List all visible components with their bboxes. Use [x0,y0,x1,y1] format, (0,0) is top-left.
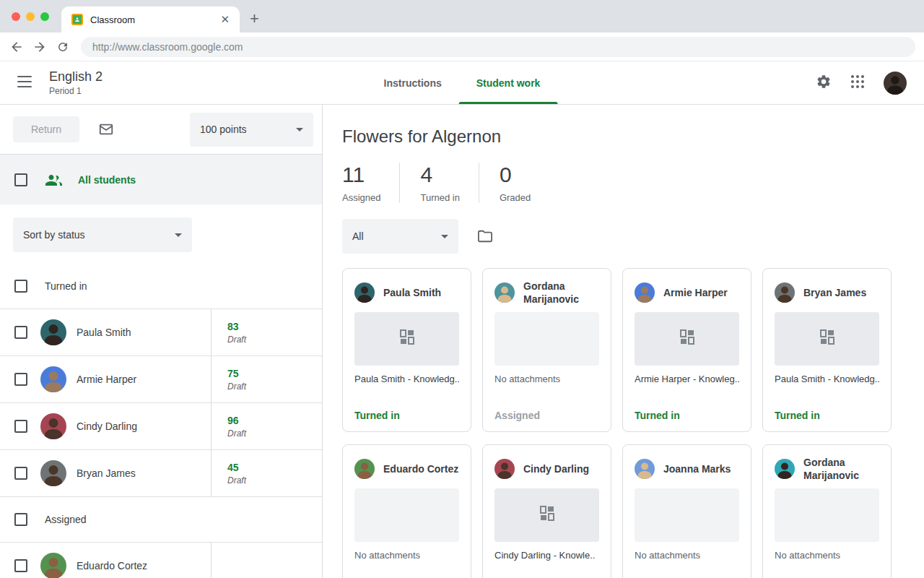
tab-title: Classroom [90,14,217,25]
student-work-card[interactable]: Armie Harper Armie Harper - Knowleg.. Tu… [622,268,751,432]
stat-value: 0 [500,163,531,187]
stat-turned-in[interactable]: 4 Turned in [399,163,478,203]
course-info[interactable]: English 2 Period 1 [49,69,103,96]
all-students-checkbox[interactable] [14,173,27,186]
google-apps-grid-icon[interactable] [850,74,865,92]
stat-label: Turned in [420,192,459,203]
student-work-card[interactable]: Gordana Marijanovic No attachments Assig… [482,268,611,432]
student-checkbox[interactable] [14,559,27,572]
tab-student-work[interactable]: Student work [459,61,558,104]
attachment-title: No attachments [494,374,599,384]
grade-value: 96 [227,415,322,426]
grade-cell[interactable]: 96 Draft [211,403,322,449]
student-work-card[interactable]: Eduardo Cortez No attachments [342,444,471,578]
card-student-name: Gordana Marijanovic [523,280,599,306]
student-row[interactable]: Paula Smith 83 Draft [0,309,322,356]
stat-value: 4 [420,163,459,187]
reload-icon[interactable] [53,38,72,56]
window-zoom-button[interactable] [40,12,49,21]
attachment-title[interactable]: Cindy Darling - Knowle.. [494,550,599,561]
group-header-turned-in: Turned in [0,264,322,309]
new-tab-button[interactable]: + [250,11,259,27]
student-avatar [775,459,795,479]
grade-cell[interactable]: 83 Draft [211,309,322,355]
student-avatar [354,282,375,303]
attachment-thumbnail [494,312,599,366]
student-checkbox[interactable] [14,467,27,480]
card-student-name: Paula Smith [383,286,441,299]
attachment-title[interactable]: Armie Harper - Knowleg.. [635,374,739,384]
student-work-card[interactable]: Paula Smith Paula Smith - Knowledg... Tu… [342,268,471,432]
stat-assigned[interactable]: 11 Assigned [342,163,399,203]
sort-by-status-dropdown[interactable]: Sort by status [13,217,192,252]
grade-cell[interactable]: 45 Draft [211,450,322,496]
attachment-thumbnail[interactable] [494,488,599,542]
student-checkbox[interactable] [14,326,27,339]
attachment-thumbnail [775,488,879,542]
people-icon [45,171,62,189]
card-student-name: Joanna Marks [663,462,731,475]
card-student-name: Cindy Darling [523,462,589,475]
student-work-card[interactable]: Joanna Marks No attachments [622,444,751,578]
return-button[interactable]: Return [13,116,79,142]
student-avatar [40,366,66,392]
student-avatar [40,319,66,345]
attachment-grid-icon [398,328,417,350]
assigned-group-checkbox[interactable] [14,513,27,526]
back-icon[interactable] [7,38,26,56]
grade-state: Draft [227,381,322,392]
teacher-avatar[interactable] [884,72,907,95]
submission-stats: 11 Assigned 4 Turned in 0 Graded [342,163,924,203]
student-work-card[interactable]: Cindy Darling Cindy Darling - Knowle.. [482,444,611,578]
points-value: 100 points [200,124,247,135]
settings-gear-icon[interactable] [816,74,832,92]
window-controls [12,12,49,21]
all-students-row[interactable]: All students [0,154,322,204]
email-icon[interactable] [98,121,114,137]
student-avatar [635,282,655,303]
grade-state: Draft [227,428,322,439]
student-row[interactable]: Cindy Darling 96 Draft [0,403,322,450]
grade-value: 83 [227,321,322,332]
attachment-thumbnail [635,488,739,542]
attachment-thumbnail[interactable] [775,312,879,366]
grade-cell[interactable]: 75 Draft [211,356,322,402]
grade-value: 45 [227,462,322,473]
forward-icon[interactable] [30,38,49,56]
window-close-button[interactable] [12,12,20,21]
student-checkbox[interactable] [14,420,27,433]
folder-icon[interactable] [477,229,493,243]
grade-cell[interactable] [211,543,322,578]
stat-graded[interactable]: 0 Graded [479,163,549,203]
address-bar[interactable]: http://www.classroom.google.com [81,37,915,57]
window-minimize-button[interactable] [26,12,35,21]
header-tabs: Instructions Student work [367,61,558,104]
student-work-panel: Flowers for Algernon 11 Assigned 4 Turne… [323,105,924,578]
status-filter-dropdown[interactable]: All [342,219,458,254]
group-header-assigned: Assigned [0,497,322,543]
attachment-thumbnail[interactable] [354,312,459,366]
turned-in-group-checkbox[interactable] [14,280,27,293]
student-work-card[interactable]: Gordana Marijanovic No attachments [762,444,892,578]
student-row[interactable]: Bryan James 45 Draft [0,450,322,497]
student-checkbox[interactable] [14,373,27,386]
browser-tab[interactable]: Classroom ✕ [61,7,240,33]
student-name: Bryan James [77,467,136,479]
turned-in-group-label: Turned in [45,280,87,292]
attachment-title[interactable]: Paula Smith - Knowledg... [354,374,459,384]
attachment-grid-icon [678,328,697,350]
chevron-down-icon [441,235,448,238]
status-badge: Turned in [775,410,879,421]
student-row[interactable]: Eduardo Cortez [0,543,322,578]
tab-instructions[interactable]: Instructions [367,61,459,104]
attachment-title[interactable]: Paula Smith - Knowledg... [775,374,879,384]
points-dropdown[interactable]: 100 points [190,113,313,147]
hamburger-menu-icon[interactable] [17,76,32,90]
tab-close-icon[interactable]: ✕ [217,13,232,26]
card-student-name: Eduardo Cortez [383,462,458,475]
student-work-card[interactable]: Bryan James Paula Smith - Knowledg... Tu… [762,268,892,432]
card-student-name: Armie Harper [663,286,728,299]
student-row[interactable]: Armie Harper 75 Draft [0,356,322,403]
student-avatar [40,553,66,578]
attachment-thumbnail[interactable] [635,312,739,366]
